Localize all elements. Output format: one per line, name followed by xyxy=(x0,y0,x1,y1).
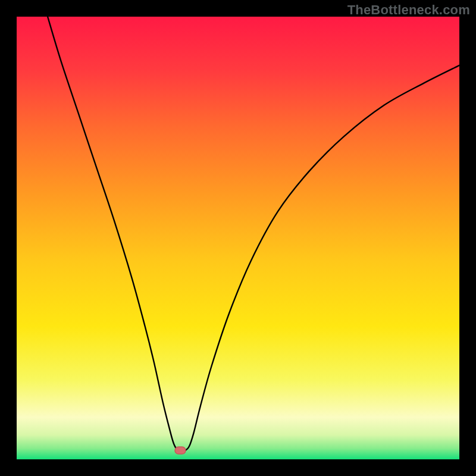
chart-frame: TheBottleneck.com xyxy=(0,0,476,476)
svg-rect-1 xyxy=(175,447,186,454)
optimum-marker xyxy=(174,446,186,455)
plot-area xyxy=(17,17,459,459)
bottleneck-curve xyxy=(17,17,459,459)
watermark-text: TheBottleneck.com xyxy=(347,2,470,18)
